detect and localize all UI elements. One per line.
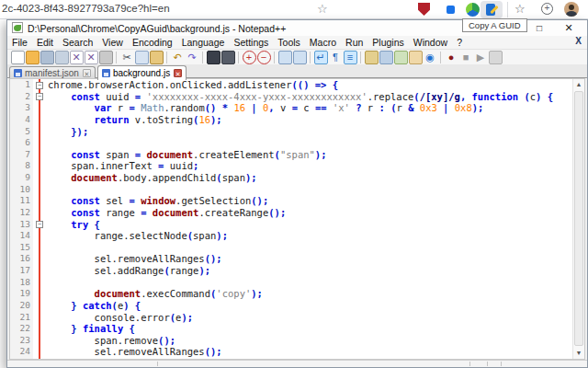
- document-map-icon[interactable]: [379, 51, 393, 64]
- address-bar-url[interactable]: 2c-4023-8f43-8927793a79ce?hl=en: [2, 3, 170, 14]
- menu-item-run[interactable]: Run: [341, 37, 368, 48]
- function-list-icon[interactable]: [365, 51, 379, 64]
- saved-file-icon: [102, 69, 110, 77]
- add-profile-icon[interactable]: +: [541, 3, 553, 15]
- maximize-button[interactable]: □: [530, 21, 548, 35]
- line-number: 4: [10, 114, 33, 126]
- menu-item-settings[interactable]: Settings: [229, 37, 273, 48]
- copy-guid-extension-icon[interactable]: [481, 1, 503, 18]
- menu-item-tools[interactable]: Tools: [273, 37, 305, 48]
- code-text: sel.removeAllRanges();: [48, 346, 222, 358]
- save-all-icon[interactable]: [55, 51, 69, 64]
- notepad-window: D:\Personal\Chrome\CopyAGuid\background.…: [6, 19, 588, 368]
- sync-scroll-vertical-icon[interactable]: [278, 51, 292, 64]
- code-line: 13− try {: [10, 219, 572, 231]
- code-text: const span = document.createElement("spa…: [48, 149, 327, 161]
- new-file-icon[interactable]: [11, 51, 25, 64]
- line-number: 15: [10, 242, 33, 254]
- code-line: 9 document.body.appendChild(span);: [10, 172, 572, 184]
- sync-scroll-horizontal-icon[interactable]: [293, 51, 307, 64]
- code-text: var r = Math.random() * 16 | 0, v = c ==…: [48, 102, 483, 114]
- code-line: 12 const range = document.createRange();: [10, 207, 572, 219]
- menu-item-file[interactable]: File: [7, 37, 32, 48]
- bookmarks-menu-icon[interactable]: ☆: [514, 2, 526, 16]
- code-line: 25 }: [10, 358, 572, 359]
- show-all-characters-icon[interactable]: ¶: [329, 51, 343, 64]
- print-icon[interactable]: [99, 51, 113, 64]
- zoom-in-icon[interactable]: +: [243, 51, 256, 64]
- code-editor[interactable]: 1−chrome.browserAction.onClicked.addList…: [9, 78, 585, 360]
- menu-item-edit[interactable]: Edit: [32, 37, 58, 48]
- open-file-icon[interactable]: [26, 51, 40, 64]
- toolbar-separator: [116, 52, 117, 63]
- find-icon[interactable]: [207, 51, 220, 64]
- copy-icon[interactable]: [135, 51, 149, 64]
- undo-icon[interactable]: ↶: [171, 51, 185, 64]
- line-number: 17: [10, 265, 33, 277]
- redo-icon[interactable]: ↷: [186, 51, 199, 64]
- close-all-icon[interactable]: ✕: [85, 51, 98, 64]
- shield-extension-icon[interactable]: [418, 3, 430, 16]
- menu-item-window[interactable]: Window: [409, 37, 452, 48]
- record-macro-icon[interactable]: ●: [445, 51, 458, 64]
- menu-item-view[interactable]: View: [97, 37, 128, 48]
- avatar[interactable]: [564, 2, 579, 17]
- toolbar-separator: [310, 52, 311, 63]
- code-line: 8 span.innerText = uuid;: [10, 160, 572, 172]
- menu-item-[interactable]: ?: [452, 37, 467, 48]
- bolt-extension-icon[interactable]: [447, 6, 455, 14]
- code-line: 18: [10, 277, 572, 289]
- scrollbar-thumb[interactable]: [574, 91, 583, 346]
- replace-icon[interactable]: [221, 51, 235, 64]
- paste-icon[interactable]: [150, 51, 164, 64]
- scroll-down-arrow[interactable]: ▼: [573, 348, 584, 359]
- code-line: 7 const span = document.createElement("s…: [10, 149, 572, 161]
- fold-collapse-icon[interactable]: −: [36, 82, 43, 89]
- document-list-icon[interactable]: [394, 51, 408, 64]
- line-number: 13: [10, 219, 33, 231]
- notepad-app-icon: [12, 22, 23, 33]
- line-number: 12: [10, 207, 33, 219]
- menu-item-language[interactable]: Language: [177, 37, 230, 48]
- play-macro-icon[interactable]: ▶: [474, 51, 488, 64]
- vertical-scrollbar[interactable]: ▲ ▼: [572, 79, 584, 359]
- scroll-up-arrow[interactable]: ▲: [573, 79, 584, 90]
- code-line: 1−chrome.browserAction.onClicked.addList…: [10, 79, 572, 91]
- indent-guide-icon[interactable]: ≡: [344, 51, 357, 64]
- fold-collapse-icon[interactable]: −: [36, 221, 43, 228]
- toolbar-separator: [440, 52, 441, 63]
- monitoring-icon[interactable]: ◉: [424, 51, 437, 64]
- close-file-icon[interactable]: ✕: [70, 51, 84, 64]
- line-number: 19: [10, 288, 33, 300]
- stop-macro-icon[interactable]: ■: [459, 51, 473, 64]
- save-file-icon[interactable]: [40, 51, 54, 64]
- tab-background-js[interactable]: background.js✕: [97, 65, 187, 80]
- code-text: sel.addRange(range);: [48, 265, 210, 277]
- line-number: 18: [10, 277, 33, 289]
- cut-icon[interactable]: ✂: [120, 51, 134, 64]
- line-number: 22: [10, 323, 33, 335]
- toolbar-separator: [360, 52, 361, 63]
- close-button[interactable]: ✕: [560, 21, 578, 35]
- save-macro-icon[interactable]: [489, 51, 503, 64]
- menu-item-plugins[interactable]: Plugins: [368, 37, 408, 48]
- fold-collapse-icon[interactable]: −: [36, 93, 43, 100]
- screen: 2c-4023-8f43-8927793a79ce?hl=en ☆ ☆ + D:…: [0, 0, 588, 368]
- code-line: 22 } finally {: [10, 323, 572, 335]
- tab-close-icon[interactable]: ✕: [174, 69, 182, 77]
- menu-close-document-button[interactable]: X: [575, 36, 582, 46]
- folder-as-workspace-icon[interactable]: [409, 51, 423, 64]
- menu-item-encoding[interactable]: Encoding: [128, 37, 177, 48]
- code-line: 5 });: [10, 126, 572, 138]
- zoom-out-icon[interactable]: −: [257, 51, 271, 64]
- bookmark-star-icon[interactable]: ☆: [317, 2, 328, 16]
- editor-lines: 1−chrome.browserAction.onClicked.addList…: [10, 79, 572, 359]
- word-wrap-icon[interactable]: ↵: [314, 51, 328, 64]
- code-text: } catch(e) {: [48, 300, 141, 312]
- line-number: 5: [10, 126, 33, 138]
- menu-item-macro[interactable]: Macro: [305, 37, 341, 48]
- code-text: }: [48, 358, 77, 359]
- menu-item-search[interactable]: Search: [58, 37, 97, 48]
- globe-extension-icon[interactable]: [466, 3, 480, 17]
- tab-close-icon[interactable]: ✕: [83, 69, 91, 77]
